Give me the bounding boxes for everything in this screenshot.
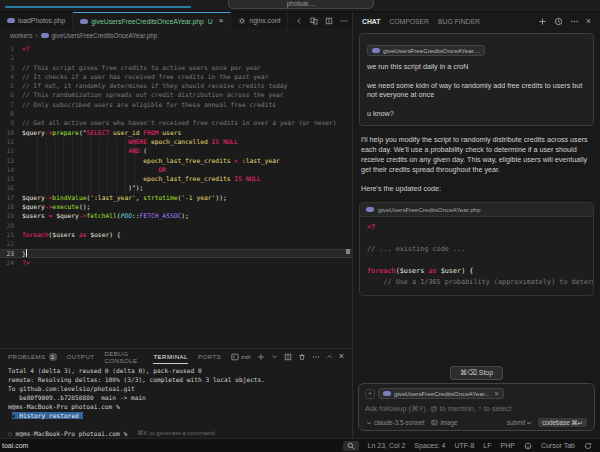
code-line[interactable]: 7// Only subscribed users are eligible f… <box>0 100 352 109</box>
attach-image-button[interactable]: image <box>431 419 457 426</box>
history-icon[interactable] <box>554 17 563 26</box>
panel-tab-terminal[interactable]: TERMINAL <box>153 349 188 364</box>
status-item-lf[interactable]: LF <box>483 442 491 449</box>
line-number: 22 <box>0 239 22 248</box>
line-number: 5 <box>0 81 22 90</box>
open-changes-icon[interactable] <box>310 17 318 25</box>
chat-input[interactable]: + giveUsersFreeCreditsOnceAYear... × Ask… <box>358 383 595 431</box>
code-line[interactable]: 6// This randomization spreads out credi… <box>0 90 352 99</box>
line-number: 6 <box>0 90 22 99</box>
model-picker[interactable]: claude-3.5-sonnet <box>366 419 424 426</box>
code-line[interactable]: 2 <box>0 53 352 62</box>
code-line[interactable]: 3// This script gives free credits to ac… <box>0 63 352 72</box>
code-line[interactable]: 17$query->bindValue(':last_year', strtot… <box>0 193 352 202</box>
breadcrumb[interactable]: workers › giveUsersFreeCreditsOnceAYear.… <box>0 29 352 42</box>
back-icon[interactable] <box>295 17 303 25</box>
code-line[interactable]: 20 <box>0 221 352 230</box>
more-actions-icon[interactable] <box>570 17 579 26</box>
code-token: epoch_cancelled <box>147 138 211 145</box>
code-line[interactable]: 8 <box>0 109 352 118</box>
code-line[interactable]: 12 AND ( <box>0 146 352 155</box>
chevron-down-icon[interactable] <box>271 353 278 360</box>
terminal-shell-picker[interactable]: zsh <box>231 353 251 361</box>
panel-tab-output[interactable]: OUTPUT <box>67 349 95 364</box>
code-line[interactable]: 1<? <box>0 44 352 53</box>
close-panel-icon[interactable]: × <box>339 352 344 361</box>
status-item-utf-8[interactable]: UTF-8 <box>454 442 474 449</box>
panel-tab-problems[interactable]: PROBLEMS1 <box>8 349 57 364</box>
tab-giveUsersFreeCreditsOnceAYear.php[interactable]: giveUsersFreeCreditsOnceAYear.phpU× <box>73 12 231 29</box>
chat-tab-chat[interactable]: CHAT <box>362 18 380 25</box>
terminal-line: ▪ History restored <box>8 411 352 420</box>
tab-nginx.conf[interactable]: nginx.conf <box>231 12 288 29</box>
code-line[interactable]: 15 epoch_last_free_credits IS NULL <box>0 174 352 183</box>
user-paragraph: u know? <box>367 109 586 119</box>
breadcrumb-folder[interactable]: workers <box>10 32 32 39</box>
code-token: ':last_year' <box>90 194 136 201</box>
feedback-icon[interactable] <box>524 442 532 450</box>
trash-icon[interactable] <box>298 353 306 361</box>
code-token: // This randomization spreads out credit… <box>22 91 284 98</box>
status-item-cursor-tab[interactable]: Cursor Tab <box>541 442 575 449</box>
code-line[interactable]: 13 epoch_last_free_credits < :last_year <box>0 156 352 165</box>
remote-indicator[interactable]: toai.com <box>0 442 28 449</box>
code-token: epoch_last_free_credits <box>143 157 234 164</box>
line-number: 20 <box>0 221 22 230</box>
panel-tab-ports[interactable]: PORTS <box>198 349 221 364</box>
panel-tab-debug-console[interactable]: DEBUG CONSOLE <box>104 349 143 364</box>
code-line[interactable]: 11 WHERE epoch_cancelled IS NULL <box>0 137 352 146</box>
tab-loadPhotos.php[interactable]: loadPhotos.php <box>0 12 73 29</box>
codebase-button[interactable]: codebase ⌘↵ <box>538 418 587 427</box>
split-terminal-icon[interactable] <box>284 353 292 361</box>
command-center-search[interactable]: photoai.... <box>228 0 374 9</box>
code-block-line <box>367 233 586 244</box>
code-token: users <box>159 129 182 136</box>
status-item-spaces-4[interactable]: Spaces: 4 <box>414 442 445 449</box>
remove-context-icon[interactable]: × <box>495 390 499 397</box>
refresh-icon[interactable] <box>584 442 592 450</box>
code-editor[interactable]: 1<?23// This script gives free credits t… <box>0 42 352 348</box>
chat-tab-composer[interactable]: COMPOSER <box>389 18 429 25</box>
code-line[interactable]: 23} <box>0 249 352 258</box>
new-terminal-icon[interactable] <box>257 353 265 361</box>
image-icon <box>431 419 438 426</box>
new-chat-icon[interactable] <box>538 17 547 26</box>
search-icon[interactable] <box>343 441 359 451</box>
code-line[interactable]: 16 )"); <box>0 183 352 192</box>
chat-tab-bug-finder[interactable]: BUG FINDER <box>438 18 480 25</box>
more-actions-icon[interactable] <box>340 17 348 25</box>
code-token: Total 4 (delta 3), reused 0 (delta 0), p… <box>8 367 202 374</box>
status-item-php[interactable]: PHP <box>500 442 514 449</box>
line-number: 4 <box>0 72 22 81</box>
close-chat-icon[interactable]: × <box>586 17 591 26</box>
code-line[interactable]: 19$users = $query->fetchAll(PDO::FETCH_A… <box>0 211 352 220</box>
terminal-output[interactable]: Total 4 (delta 3), reused 0 (delta 0), p… <box>0 364 352 438</box>
breadcrumb-file[interactable]: giveUsersFreeCreditsOnceAYear.php <box>52 32 158 39</box>
user-message-text: we run this script daily in a croNwe nee… <box>367 62 586 118</box>
context-file-chip[interactable]: giveUsersFreeCreditsOnceAYear.... <box>367 45 485 56</box>
code-line[interactable]: 21foreach($users as $user) { <box>0 230 352 239</box>
code-line[interactable]: 24?> <box>0 258 352 267</box>
maximize-panel-icon[interactable] <box>326 353 333 360</box>
code-line[interactable]: 9// Get all active users who haven't rec… <box>0 118 352 127</box>
submit-button[interactable]: submit ↵ <box>507 419 533 426</box>
code-line[interactable]: 18$query->execute(); <box>0 202 352 211</box>
model-label: claude-3.5-sonnet <box>374 419 424 426</box>
more-actions-icon[interactable] <box>312 353 320 361</box>
close-tab-icon[interactable]: × <box>219 17 224 25</box>
input-context-chip[interactable]: giveUsersFreeCreditsOnceAYear... × <box>378 388 504 399</box>
code-line[interactable]: 5// If not, it randomly determines if th… <box>0 81 352 90</box>
code-block-header[interactable]: giveUsersFreeCreditsOnceAYear.php <box>360 203 593 217</box>
status-item-ln-23-col-2[interactable]: Ln 23, Col 2 <box>368 442 406 449</box>
stop-button[interactable]: ⌘⌫ Stop <box>450 366 503 380</box>
split-editor-icon[interactable] <box>325 17 333 25</box>
code-line[interactable]: 14 OR <box>0 165 352 174</box>
code-block-line <box>367 255 586 266</box>
terminal-line <box>8 420 352 429</box>
code-token: SELECT <box>86 129 109 136</box>
code-line[interactable]: 4// It checks if a user has received fre… <box>0 72 352 81</box>
line-number: 14 <box>0 165 22 174</box>
code-line[interactable]: 22 <box>0 239 352 248</box>
code-line[interactable]: 10$query->prepare("SELECT user_id FROM u… <box>0 128 352 137</box>
add-context-button[interactable]: + <box>365 389 375 399</box>
